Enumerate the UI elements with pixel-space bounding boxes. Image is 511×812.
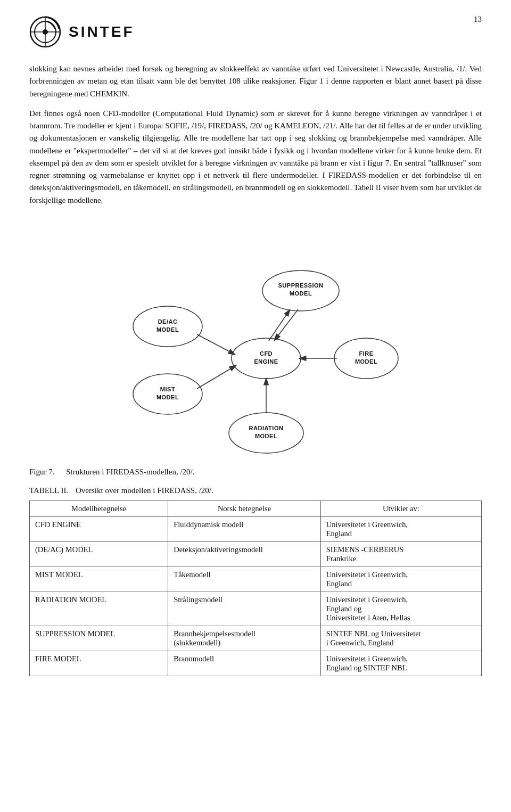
table-row: MIST MODELTåkemodellUniversitetet i Gree… — [30, 567, 482, 592]
suppression-label2: MODEL — [290, 290, 312, 297]
suppression-label: SUPPRESSION — [278, 282, 324, 289]
deac-label: DE/AC — [158, 318, 178, 325]
logo-text: SINTEF — [69, 23, 135, 40]
table-cell-4-1: Brannbekjempelsesmodell(slokkemodell) — [168, 626, 320, 651]
figure-text: Strukturen i FIREDASS-modellen, /20/. — [66, 467, 194, 476]
table-cell-1-1: Deteksjon/aktiveringsmodell — [168, 542, 320, 567]
table-cell-1-2: SIEMENS -CERBERUSFrankrike — [320, 542, 481, 567]
figure-label: Figur 7. — [29, 467, 55, 476]
firedass-diagram: DE/AC MODEL SUPPRESSION MODEL CFD ENGINE… — [29, 223, 482, 462]
figure-caption: Figur 7. Strukturen i FIREDASS-modellen,… — [29, 467, 482, 477]
radiation-label2: MODEL — [255, 433, 277, 439]
table-cell-0-2: Universitetet i Greenwich,England — [320, 516, 481, 542]
paragraph-2: Det finnes også noen CFD-modeller (Compu… — [29, 108, 482, 207]
arrow-mist-cfd — [197, 365, 236, 389]
table-cell-3-2: Universitetet i Greenwich,England ogUniv… — [320, 592, 481, 626]
arrow-deac-cfd — [197, 334, 235, 355]
table-row: FIRE MODELBrannmodellUniversitetet i Gre… — [30, 651, 482, 676]
table-cell-0-0: CFD ENGINE — [30, 516, 168, 542]
arrow-suppression-cfd — [274, 309, 298, 341]
arrow-cfd-suppression — [269, 309, 290, 341]
table-cell-2-1: Tåkemodell — [168, 567, 320, 592]
table-cell-3-0: RADIATION MODEL — [30, 592, 168, 626]
table-row: CFD ENGINEFluiddynamisk modellUniversite… — [30, 516, 482, 542]
table-cell-1-0: (DE/AC) MODEL — [30, 542, 168, 567]
paragraph-1: slokking kan nevnes arbeidet med forsøk … — [29, 63, 482, 100]
table-cell-4-0: SUPPRESSION MODEL — [30, 626, 168, 651]
table-cell-2-0: MIST MODEL — [30, 567, 168, 592]
radiation-label: RADIATION — [249, 425, 284, 431]
col-header-norsk: Norsk betegnelse — [168, 501, 320, 516]
col-header-modell: Modellbetegnelse — [30, 501, 168, 516]
cfd-label: CFD — [260, 350, 273, 357]
table-cell-2-2: Universitetet i Greenwich,England — [320, 567, 481, 592]
table-cell-0-1: Fluiddynamisk modell — [168, 516, 320, 542]
mist-label: MIST — [160, 386, 175, 392]
table-cell-4-2: SINTEF NBL og Universiteteti Greenwich, … — [320, 626, 481, 651]
table-cell-5-1: Brannmodell — [168, 651, 320, 676]
table-cell-3-1: Strålingsmodell — [168, 592, 320, 626]
header-logo: SINTEF — [29, 16, 482, 48]
table-cell-5-2: Universitetet i Greenwich,England og SIN… — [320, 651, 481, 676]
sintef-logo-icon — [29, 16, 61, 48]
table-heading: TABELL II. Oversikt over modellen i FIRE… — [29, 486, 482, 495]
mist-label2: MODEL — [156, 394, 179, 400]
table-text: Oversikt over modellen i FIREDASS, /20/. — [76, 486, 213, 495]
table-cell-5-0: FIRE MODEL — [30, 651, 168, 676]
table-row: SUPPRESSION MODELBrannbekjempelsesmodell… — [30, 626, 482, 651]
page-number: 13 — [474, 15, 482, 24]
main-table: Modellbetegnelse Norsk betegnelse Utvikl… — [29, 501, 482, 676]
col-header-utviklet: Utviklet av: — [320, 501, 481, 516]
fire-label2: MODEL — [355, 358, 377, 365]
deac-label2: MODEL — [156, 326, 179, 333]
table-row: (DE/AC) MODELDeteksjon/aktiveringsmodell… — [30, 542, 482, 567]
table-row: RADIATION MODELStrålingsmodellUniversite… — [30, 592, 482, 626]
table-header-row: Modellbetegnelse Norsk betegnelse Utvikl… — [30, 501, 482, 516]
table-label: TABELL II. — [29, 486, 68, 495]
cfd-label2: ENGINE — [254, 358, 278, 365]
fire-label: FIRE — [359, 350, 373, 357]
